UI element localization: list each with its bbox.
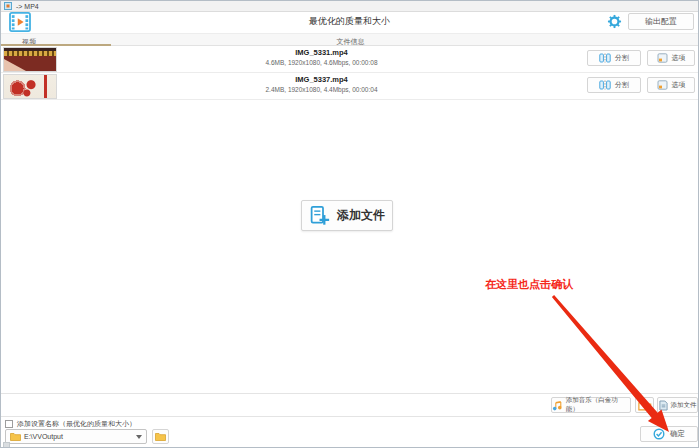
add-files-secondary-label: 添加文件	[671, 401, 697, 410]
append-setting-name-option[interactable]: 添加设置名称（最优化的质量和大小）	[5, 419, 136, 429]
music-note-icon	[552, 400, 563, 411]
add-files-button[interactable]: 添加文件	[301, 200, 393, 231]
table-row[interactable]: IMG_5331.mp4 4.6MB, 1920x1080, 4.6Mbps, …	[1, 46, 699, 73]
confirm-label: 确定	[670, 429, 685, 439]
file-icon	[659, 400, 668, 411]
video-details: 2.4MB, 1920x1080, 4.4Mbps, 00:00:04	[61, 86, 582, 93]
video-thumbnail[interactable]	[3, 74, 57, 99]
video-thumbnail[interactable]	[3, 47, 57, 72]
split-label: 分割	[615, 53, 629, 63]
append-setting-name-checkbox[interactable]	[5, 420, 13, 428]
add-files-label: 添加文件	[337, 207, 385, 224]
split-label: 分割	[615, 80, 629, 90]
video-details: 4.6MB, 1920x1080, 4.6Mbps, 00:00:08	[61, 59, 582, 66]
options-icon	[657, 53, 668, 63]
annotation-text: 在这里也点击确认	[485, 277, 573, 292]
video-filename: IMG_5337.mp4	[61, 75, 582, 84]
toolbar-separator	[1, 393, 699, 394]
split-icon	[599, 53, 611, 63]
add-file-icon	[309, 205, 330, 226]
options-button[interactable]: 选项	[647, 50, 695, 66]
options-button[interactable]: 选项	[647, 77, 695, 93]
browse-folder-button[interactable]	[152, 429, 169, 444]
add-files-secondary-button[interactable]: 添加文件	[657, 397, 698, 413]
options-label: 选项	[672, 80, 686, 90]
video-filename: IMG_5331.mp4	[61, 48, 582, 57]
footer-separator	[1, 416, 699, 417]
table-row[interactable]: IMG_5337.mp4 2.4MB, 1920x1080, 4.4Mbps, …	[1, 73, 699, 100]
output-config-button[interactable]: 输出配置	[628, 13, 694, 30]
options-label: 选项	[672, 53, 686, 63]
output-config-label: 输出配置	[645, 16, 677, 27]
confirm-button[interactable]: 确定	[640, 426, 698, 442]
output-path-value: E:\VVOutput	[24, 433, 63, 440]
append-setting-name-label: 添加设置名称（最优化的质量和大小）	[17, 419, 136, 429]
folder-icon	[10, 432, 21, 441]
folder-icon	[155, 432, 166, 441]
title-bar[interactable]: -> MP4	[1, 1, 699, 12]
split-button[interactable]: 分割	[587, 77, 641, 93]
window-title: -> MP4	[16, 3, 39, 10]
preset-title: 最优化的质量和大小	[1, 15, 698, 28]
converter-window: -> MP4 最优化的质量和大小 输出配置 视频 文件信息 IMG_5331.m…	[0, 0, 699, 448]
open-folder-button[interactable]	[635, 397, 654, 413]
folder-arrow-icon	[638, 400, 652, 411]
add-music-label: 添加音乐（白金功能）	[566, 396, 630, 414]
check-circle-icon	[653, 428, 665, 440]
add-music-button[interactable]: 添加音乐（白金功能）	[551, 397, 631, 413]
split-button[interactable]: 分割	[587, 50, 641, 66]
split-icon	[599, 80, 611, 90]
options-icon	[657, 80, 668, 90]
corner-grip	[3, 442, 10, 448]
app-icon	[4, 2, 12, 10]
output-path-dropdown[interactable]: E:\VVOutput	[5, 429, 147, 444]
gear-icon[interactable]	[607, 14, 622, 29]
chevron-down-icon	[136, 435, 142, 439]
